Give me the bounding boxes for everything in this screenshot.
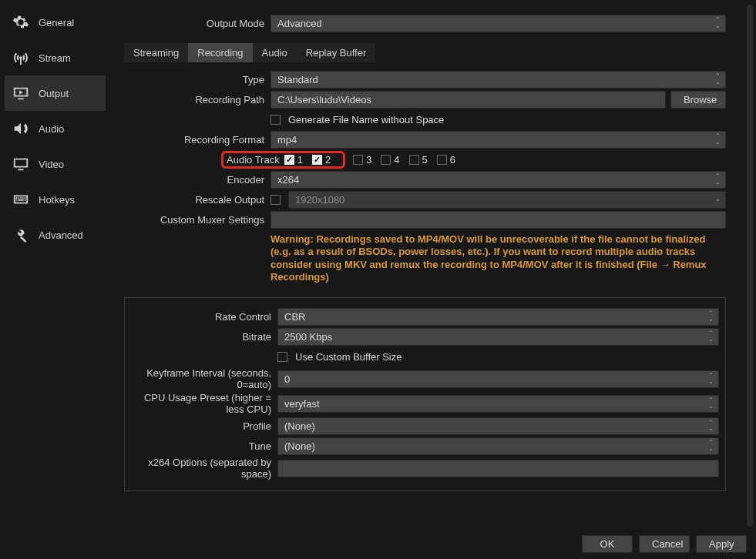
rate-control-select[interactable]: CBR: [277, 308, 719, 326]
sidebar-label: Hotkeys: [39, 194, 75, 206]
type-label: Type: [124, 74, 270, 85]
apply-button[interactable]: Apply: [696, 535, 747, 553]
audio-track-6-checkbox[interactable]: [437, 155, 447, 165]
bitrate-input[interactable]: 2500 Kbps: [277, 328, 719, 346]
profile-select[interactable]: (None): [277, 417, 719, 435]
audio-track-highlight: Audio Track 1 2: [221, 151, 345, 169]
chevron-updown-icon: [704, 396, 717, 412]
sidebar-item-stream[interactable]: Stream: [5, 40, 106, 75]
chevron-updown-icon: [704, 418, 717, 434]
recording-format-label: Recording Format: [124, 134, 270, 146]
sidebar-item-audio[interactable]: Audio: [5, 111, 106, 146]
sidebar-item-general[interactable]: General: [5, 5, 106, 40]
audio-track-1-checkbox[interactable]: [284, 155, 294, 165]
chevron-updown-icon: [711, 132, 724, 148]
output-mode-label: Output Mode: [124, 18, 270, 29]
spinner-arrows-icon[interactable]: [704, 371, 717, 387]
chevron-updown-icon: [704, 309, 717, 325]
dialog-button-bar: OK Cancel Apply: [582, 535, 747, 553]
recording-path-input[interactable]: C:\Users\ludu\Videos: [270, 91, 666, 109]
chevron-down-icon: [711, 192, 724, 208]
audio-track-5-checkbox[interactable]: [409, 155, 419, 165]
sidebar-item-output[interactable]: Output: [5, 75, 106, 111]
recording-format-select[interactable]: mp4: [270, 131, 726, 149]
speaker-icon: [11, 120, 31, 137]
bitrate-label: Bitrate: [131, 331, 277, 343]
mp4-warning: Warning: Recordings saved to MP4/MOV wil…: [124, 230, 726, 291]
type-select[interactable]: Standard: [270, 71, 726, 89]
tab-replay-buffer[interactable]: Replay Buffer: [297, 43, 376, 62]
keyframe-input[interactable]: 0: [277, 370, 719, 388]
recording-path-label: Recording Path: [124, 94, 270, 105]
sidebar-item-advanced[interactable]: Advanced: [5, 217, 106, 253]
antenna-icon: [11, 49, 31, 66]
sidebar-label: Output: [39, 88, 69, 99]
tab-audio[interactable]: Audio: [253, 43, 297, 62]
monitor-arrow-icon: [11, 85, 31, 102]
sidebar-label: Stream: [39, 52, 71, 64]
rescale-output-checkbox[interactable]: [270, 195, 281, 205]
audio-track-4-checkbox[interactable]: [381, 155, 391, 165]
tab-streaming[interactable]: Streaming: [124, 43, 188, 62]
tune-select[interactable]: (None): [277, 437, 719, 455]
cpu-preset-label: CPU Usage Preset (higher = less CPU): [131, 392, 277, 415]
chevron-updown-icon: [704, 438, 717, 454]
output-tabs: Streaming Recording Audio Replay Buffer: [124, 43, 726, 62]
sidebar-item-hotkeys[interactable]: Hotkeys: [5, 182, 106, 217]
gen-filename-nospace-checkbox[interactable]: [270, 115, 281, 125]
encoder-label: Encoder: [124, 174, 270, 186]
settings-sidebar: General Stream Output Audio Video Hotkey…: [0, 0, 110, 528]
audio-track-label: Audio Track: [223, 154, 284, 166]
keyboard-icon: [11, 191, 31, 208]
sidebar-label: Audio: [39, 123, 64, 135]
monitor-icon: [11, 156, 31, 172]
ok-button[interactable]: OK: [582, 535, 633, 553]
rescale-label: Rescale Output: [124, 194, 270, 206]
rate-control-label: Rate Control: [131, 311, 277, 323]
sidebar-label: General: [39, 17, 74, 28]
keyframe-label: Keyframe Interval (seconds, 0=auto): [131, 367, 277, 390]
sidebar-label: Video: [39, 159, 64, 170]
x264-opts-input[interactable]: [277, 460, 719, 477]
spinner-arrows-icon[interactable]: [704, 329, 717, 345]
audio-track-2-checkbox[interactable]: [312, 155, 322, 165]
cancel-button[interactable]: Cancel: [639, 535, 690, 553]
muxer-label: Custom Muxer Settings: [124, 214, 270, 226]
audio-track-3-checkbox[interactable]: [353, 155, 363, 165]
x264-encoder-panel: Rate Control CBR Bitrate 2500 Kbps Use C…: [124, 297, 726, 491]
x264-opts-label: x264 Options (separated by space): [131, 457, 277, 480]
gen-filename-nospace-label: Generate File Name without Space: [288, 114, 444, 126]
cpu-preset-select[interactable]: veryfast: [277, 395, 719, 413]
custom-buffer-checkbox[interactable]: [277, 352, 287, 362]
browse-button[interactable]: Browse: [670, 91, 726, 109]
sidebar-item-video[interactable]: Video: [5, 146, 106, 182]
sidebar-label: Advanced: [39, 229, 83, 241]
chevron-updown-icon: [711, 172, 724, 188]
chevron-updown-icon: [711, 72, 724, 88]
custom-buffer-label: Use Custom Buffer Size: [295, 351, 402, 363]
profile-label: Profile: [131, 420, 277, 432]
chevron-updown-icon: [711, 15, 724, 32]
muxer-settings-input[interactable]: [270, 211, 726, 229]
output-mode-select[interactable]: Advanced: [270, 15, 726, 32]
tools-icon: [11, 226, 31, 243]
encoder-select[interactable]: x264: [270, 171, 726, 189]
gear-icon: [11, 14, 31, 31]
rescale-resolution-select: 1920x1080: [288, 191, 726, 209]
settings-content: Output Mode Advanced Streaming Recording…: [110, 0, 741, 528]
scrollbar[interactable]: [747, 5, 753, 527]
tune-label: Tune: [131, 440, 277, 452]
tab-recording[interactable]: Recording: [188, 43, 252, 62]
